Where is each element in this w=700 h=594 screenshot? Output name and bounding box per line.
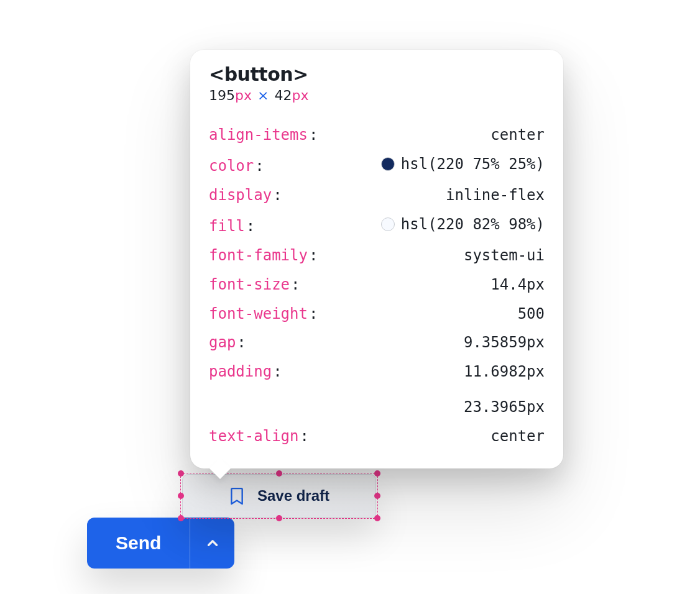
css-property-row: gap9.35859px	[209, 328, 545, 357]
save-draft-label: Save draft	[257, 487, 329, 505]
inspected-tag-name: <button>	[209, 63, 545, 85]
css-property-value: hsl(220 82% 98%)	[266, 210, 545, 239]
css-property-list: align-itemscentercolorhsl(220 75% 25%)di…	[209, 121, 545, 451]
css-property-row: font-size14.4px	[209, 270, 545, 299]
css-property-name: display	[209, 181, 282, 210]
css-property-value: 9.35859px	[257, 328, 545, 357]
css-property-row: fillhsl(220 82% 98%)	[209, 210, 545, 241]
bookmark-icon	[229, 486, 245, 506]
css-property-name: font-weight	[209, 299, 318, 329]
css-property-value: 500	[329, 299, 545, 329]
send-dropdown-toggle[interactable]	[190, 518, 234, 569]
css-property-value: system-ui	[329, 241, 545, 270]
chevron-up-icon	[205, 535, 221, 551]
css-property-name: font-family	[209, 241, 318, 270]
dim-unit: px	[292, 88, 308, 103]
dim-unit: px	[235, 88, 252, 103]
css-property-value: 11.6982px23.3965px	[293, 357, 545, 422]
css-property-name: align-items	[209, 121, 318, 150]
dim-times: ×	[257, 88, 269, 103]
css-property-name: font-size	[209, 270, 300, 299]
save-draft-button[interactable]: Save draft	[182, 474, 376, 518]
css-property-value: hsl(220 75% 25%)	[275, 150, 545, 179]
css-property-row: displayinline-flex	[209, 181, 545, 210]
css-property-row: font-familysystem-ui	[209, 241, 545, 270]
css-property-value: 14.4px	[311, 270, 545, 299]
css-property-value: center	[320, 422, 545, 451]
css-property-row: padding11.6982px23.3965px	[209, 357, 545, 422]
css-property-name: gap	[209, 328, 246, 357]
dim-width: 195	[209, 88, 235, 103]
css-property-name: fill	[209, 212, 255, 241]
css-property-row: align-itemscenter	[209, 121, 545, 150]
css-property-name: color	[209, 152, 264, 181]
send-split-button[interactable]: Send	[87, 518, 234, 569]
color-swatch	[381, 157, 395, 171]
inspected-dimensions: 195px × 42px	[209, 88, 545, 103]
css-property-name: padding	[209, 357, 282, 386]
send-button-label: Send	[116, 532, 161, 554]
css-property-name: text-align	[209, 422, 309, 451]
css-property-value: inline-flex	[293, 181, 545, 210]
color-swatch	[381, 217, 395, 231]
css-property-row: font-weight500	[209, 299, 545, 329]
dim-height: 42	[274, 88, 292, 103]
css-property-value: center	[329, 121, 545, 150]
send-button[interactable]: Send	[87, 518, 190, 569]
css-inspector-tooltip: <button> 195px × 42px align-itemscenterc…	[190, 50, 563, 468]
css-property-row: colorhsl(220 75% 25%)	[209, 150, 545, 181]
css-property-row: text-aligncenter	[209, 422, 545, 451]
